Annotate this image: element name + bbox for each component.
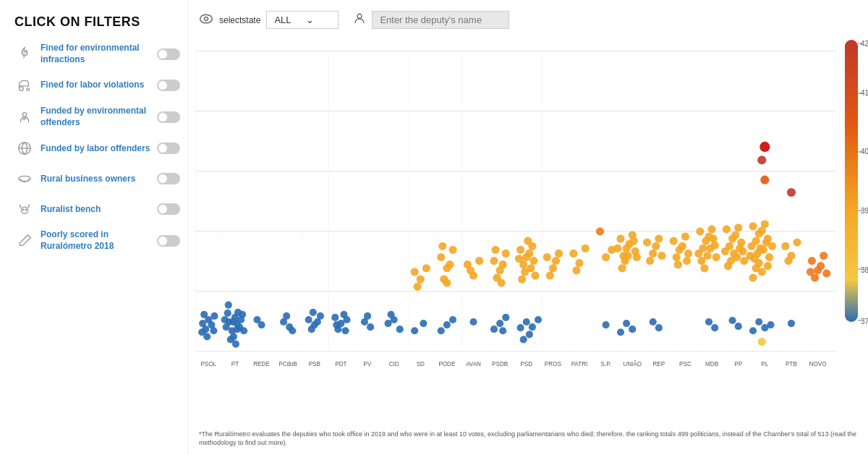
svg-point-109	[449, 316, 456, 323]
svg-point-80	[310, 309, 317, 316]
filter-labor-viol-toggle[interactable]	[157, 80, 180, 91]
svg-text:PROS: PROS	[545, 361, 562, 367]
svg-point-61	[223, 323, 230, 331]
svg-point-178	[658, 252, 665, 260]
svg-point-113	[475, 257, 483, 265]
svg-point-180	[655, 324, 663, 331]
svg-point-260	[760, 142, 770, 152]
svg-point-63	[221, 316, 229, 323]
sidebar: CLICK ON FILTERS Fined for environmental…	[0, 0, 188, 455]
svg-point-47	[210, 327, 217, 334]
filter-funded-lab-toggle[interactable]	[157, 143, 180, 154]
filter-poorly-scored-label: Poorly scored in Ruralómetro 2018	[41, 229, 151, 252]
svg-point-202	[705, 318, 712, 326]
svg-text:42°: 42°	[861, 40, 868, 48]
deputy-input[interactable]	[372, 11, 509, 29]
svg-point-2	[22, 112, 27, 116]
svg-point-75	[305, 316, 312, 323]
svg-point-241	[760, 176, 769, 184]
svg-point-140	[517, 324, 524, 331]
svg-point-238	[758, 268, 766, 276]
svg-point-199	[706, 244, 714, 252]
svg-point-141	[529, 323, 536, 331]
svg-point-6	[23, 210, 24, 211]
svg-point-257	[817, 262, 825, 270]
svg-text:PSD: PSD	[520, 361, 532, 367]
svg-point-220	[749, 222, 757, 230]
svg-point-153	[572, 266, 580, 274]
filter-rural-biz: Rural business owners	[14, 169, 180, 189]
deputy-control	[353, 11, 509, 29]
filter-env-infrac-toggle[interactable]	[157, 48, 180, 60]
svg-text:REP: REP	[653, 361, 665, 367]
svg-text:40°: 40°	[861, 148, 868, 156]
state-dropdown[interactable]: ALL ⌄	[266, 11, 339, 29]
sidebar-title: CLICK ON FILTERS	[14, 14, 180, 30]
svg-text:38°: 38°	[861, 266, 868, 274]
svg-point-201	[700, 264, 708, 272]
svg-point-250	[784, 257, 792, 265]
svg-point-87	[341, 327, 349, 334]
svg-text:CID: CID	[389, 361, 399, 367]
filter-rural-biz-label: Rural business owners	[41, 174, 151, 185]
svg-text:PATRI: PATRI	[571, 361, 588, 367]
svg-point-172	[617, 328, 624, 336]
filter-funded-lab-label: Funded by labor offenders	[41, 143, 151, 155]
filter-env-infrac: Fined for environmental infractions	[14, 43, 180, 65]
svg-point-123	[496, 320, 503, 327]
svg-point-245	[767, 321, 774, 328]
svg-point-93	[396, 326, 404, 333]
svg-point-86	[333, 321, 340, 328]
svg-point-234	[746, 252, 754, 260]
filter-funded-env-label: Funded by environmental offenders	[41, 106, 151, 128]
filter-ruralist-label: Ruralist bench	[41, 204, 151, 216]
svg-point-110	[438, 327, 445, 334]
svg-point-90	[364, 312, 371, 320]
filter-ruralist-toggle[interactable]	[157, 203, 180, 215]
svg-point-0	[20, 87, 24, 91]
svg-point-176	[646, 257, 654, 265]
svg-point-107	[438, 242, 446, 250]
hand-coin-icon	[14, 107, 35, 127]
svg-point-179	[650, 318, 657, 326]
filter-rural-biz-toggle[interactable]	[157, 173, 180, 184]
filter-labor-viol-label: Fined for labor violations	[41, 80, 151, 91]
svg-point-171	[629, 326, 636, 333]
svg-point-67	[234, 326, 241, 333]
svg-point-210	[721, 247, 729, 255]
svg-point-64	[239, 311, 246, 318]
svg-text:SD: SD	[417, 361, 425, 367]
svg-point-166	[613, 244, 621, 252]
tractor-icon	[14, 75, 35, 95]
svg-point-101	[437, 253, 445, 261]
svg-point-152	[582, 244, 590, 252]
svg-point-188	[683, 257, 691, 265]
filter-funded-env-toggle[interactable]	[157, 111, 180, 123]
svg-point-1	[27, 88, 30, 91]
svg-point-184	[673, 253, 681, 261]
svg-point-105	[446, 260, 454, 268]
svg-point-133	[529, 257, 537, 265]
svg-point-62	[240, 327, 247, 334]
svg-text:PDT: PDT	[335, 361, 346, 367]
svg-point-78	[308, 326, 315, 333]
svg-text:37°: 37°	[861, 318, 868, 326]
svg-point-126	[499, 327, 506, 334]
svg-point-226	[747, 242, 755, 250]
svg-point-204	[723, 225, 731, 233]
svg-point-236	[764, 262, 772, 270]
svg-point-253	[808, 257, 816, 265]
svg-text:PSDB: PSDB	[492, 361, 508, 367]
filter-poorly-scored-toggle[interactable]	[157, 235, 180, 247]
svg-point-169	[633, 253, 641, 261]
filter-poorly-scored: Poorly scored in Ruralómetro 2018	[14, 229, 180, 252]
svg-point-50	[210, 312, 218, 320]
svg-text:PL: PL	[761, 361, 768, 367]
svg-point-143	[526, 331, 533, 338]
svg-point-186	[684, 250, 692, 258]
svg-point-5	[21, 208, 27, 214]
svg-text:PSOL: PSOL	[200, 361, 216, 367]
svg-point-137	[515, 255, 523, 263]
svg-point-139	[523, 318, 530, 326]
filter-labor-viol: Fined for labor violations	[14, 75, 180, 95]
